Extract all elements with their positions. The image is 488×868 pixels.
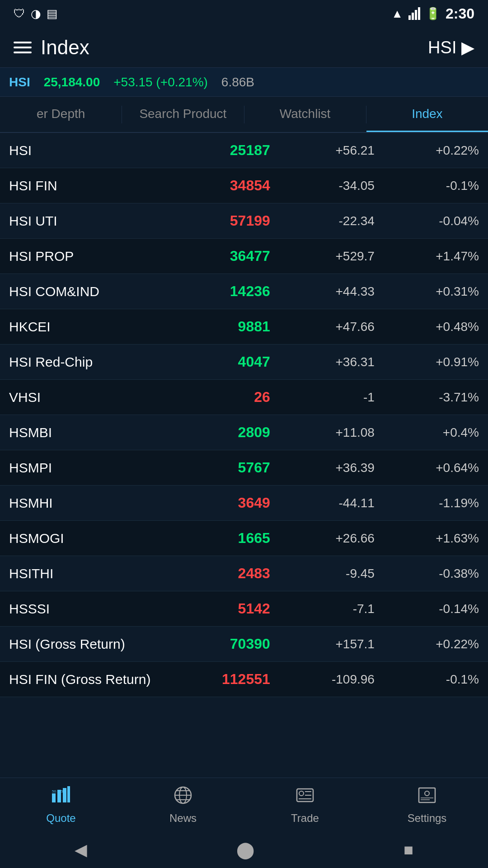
nav-settings[interactable]: Settings — [366, 778, 488, 832]
tab-index[interactable]: Index — [366, 97, 488, 132]
ticker-volume: 6.86B — [221, 75, 254, 90]
table-row[interactable]: HSI FIN (Gross Return)112551-109.96-0.1% — [0, 662, 488, 697]
table-row[interactable]: HKCEI9881+47.66+0.48% — [0, 309, 488, 344]
row-change: +56.21 — [270, 143, 375, 158]
table-row[interactable]: HSMHI3649-44.11-1.19% — [0, 486, 488, 521]
table-row[interactable]: HSI (Gross Return)70390+157.1+0.22% — [0, 627, 488, 662]
row-name: VHSI — [9, 390, 166, 405]
row-name: HSI UTI — [9, 213, 166, 229]
news-icon — [173, 785, 193, 809]
circle-icon: ◑ — [31, 7, 41, 21]
row-value: 34854 — [166, 177, 270, 194]
quote-icon: 50 54 — [51, 785, 71, 809]
row-name: HSI Red-Chip — [9, 354, 166, 370]
row-change: -22.34 — [270, 214, 375, 228]
table-row[interactable]: HSI COM&IND14236+44.33+0.31% — [0, 274, 488, 309]
home-button[interactable]: ⬤ — [236, 840, 254, 859]
row-pct: +0.91% — [375, 355, 479, 369]
nav-settings-label: Settings — [408, 812, 447, 825]
table-row[interactable]: HSI25187+56.21+0.22% — [0, 133, 488, 168]
row-value: 4047 — [166, 354, 270, 370]
system-bar: ◀ ⬤ ■ — [0, 832, 488, 868]
row-change: +26.66 — [270, 531, 375, 546]
table-row[interactable]: HSI FIN34854-34.05-0.1% — [0, 168, 488, 203]
header-right[interactable]: HSI ▶ — [428, 38, 474, 57]
nav-trade[interactable]: Trade — [244, 778, 366, 832]
row-value: 36477 — [166, 248, 270, 264]
row-value: 112551 — [166, 671, 270, 688]
table-row[interactable]: HSI Red-Chip4047+36.31+0.91% — [0, 344, 488, 380]
row-pct: -3.71% — [375, 390, 479, 405]
row-value: 9881 — [166, 318, 270, 335]
table-row[interactable]: HSMOGI1665+26.66+1.63% — [0, 521, 488, 556]
table-row[interactable]: HSITHI2483-9.45-0.38% — [0, 556, 488, 591]
table-row[interactable]: VHSI26-1-3.71% — [0, 380, 488, 415]
menu-button[interactable] — [14, 42, 32, 53]
row-pct: -1.19% — [375, 496, 479, 510]
nav-news[interactable]: News — [122, 778, 244, 832]
row-name: HSMPI — [9, 460, 166, 476]
nav-trade-label: Trade — [291, 812, 319, 825]
svg-point-17 — [425, 791, 429, 796]
row-name: HSI (Gross Return) — [9, 637, 166, 652]
row-pct: -0.04% — [375, 214, 479, 228]
svg-text:54: 54 — [61, 789, 65, 793]
row-name: HSSSI — [9, 601, 166, 617]
row-change: -34.05 — [270, 179, 375, 193]
status-icons-right: ▲ 🔋 2:30 — [391, 5, 474, 22]
battery-icon: 🔋 — [426, 7, 440, 21]
row-pct: +0.48% — [375, 320, 479, 334]
tab-search-product[interactable]: Search Product — [122, 97, 244, 132]
row-pct: +0.22% — [375, 143, 479, 158]
row-value: 5142 — [166, 600, 270, 617]
row-change: -7.1 — [270, 602, 375, 616]
svg-text:50: 50 — [52, 789, 56, 793]
table-row[interactable]: HSMBI2809+11.08+0.4% — [0, 415, 488, 450]
status-icons-left: 🛡 ◑ ▤ — [14, 7, 58, 21]
row-name: HSMOGI — [9, 531, 166, 546]
bottom-nav: 50 54 Quote News T — [0, 778, 488, 832]
row-value: 70390 — [166, 636, 270, 652]
row-name: HSMBI — [9, 425, 166, 440]
tab-order-depth-label: er Depth — [37, 107, 85, 121]
tab-bar: er Depth Search Product Watchlist Index — [0, 97, 488, 133]
tab-watchlist[interactable]: Watchlist — [244, 97, 366, 132]
row-name: HSI COM&IND — [9, 284, 166, 299]
row-value: 26 — [166, 389, 270, 406]
row-change: +47.66 — [270, 320, 375, 334]
table-row[interactable]: HSI PROP36477+529.7+1.47% — [0, 239, 488, 274]
nav-quote-label: Quote — [46, 812, 75, 825]
svg-rect-1 — [57, 790, 61, 802]
table-row[interactable]: HSMPI5767+36.39+0.64% — [0, 450, 488, 486]
hsi-selector[interactable]: HSI ▶ — [428, 38, 474, 57]
row-value: 3649 — [166, 495, 270, 511]
settings-icon — [417, 785, 437, 809]
row-value: 1665 — [166, 530, 270, 547]
svg-rect-3 — [67, 786, 70, 802]
row-change: -109.96 — [270, 672, 375, 687]
recent-button[interactable]: ■ — [404, 840, 413, 859]
row-value: 25187 — [166, 142, 270, 159]
table-row[interactable]: HSI UTI57199-22.34-0.04% — [0, 203, 488, 239]
row-pct: -0.1% — [375, 179, 479, 193]
table-row[interactable]: HSSSI5142-7.1-0.14% — [0, 591, 488, 627]
ticker-bar: HSI 25,184.00 +53.15 (+0.21%) 6.86B — [0, 68, 488, 97]
row-pct: -0.38% — [375, 566, 479, 581]
ticker-value: 25,184.00 — [44, 75, 100, 90]
row-value: 5767 — [166, 459, 270, 476]
row-pct: +0.22% — [375, 637, 479, 651]
tab-search-product-label: Search Product — [139, 107, 226, 121]
tab-watchlist-label: Watchlist — [280, 107, 331, 121]
row-change: -44.11 — [270, 496, 375, 510]
page-title: Index — [41, 36, 89, 59]
row-value: 57199 — [166, 212, 270, 229]
shield-icon: 🛡 — [14, 7, 25, 21]
row-pct: -0.1% — [375, 672, 479, 687]
back-button[interactable]: ◀ — [75, 840, 87, 859]
nav-quote[interactable]: 50 54 Quote — [0, 778, 122, 832]
tab-order-depth[interactable]: er Depth — [0, 97, 122, 132]
row-change: +529.7 — [270, 249, 375, 264]
row-name: HKCEI — [9, 319, 166, 335]
signal-icon — [408, 7, 420, 20]
row-name: HSMHI — [9, 495, 166, 511]
